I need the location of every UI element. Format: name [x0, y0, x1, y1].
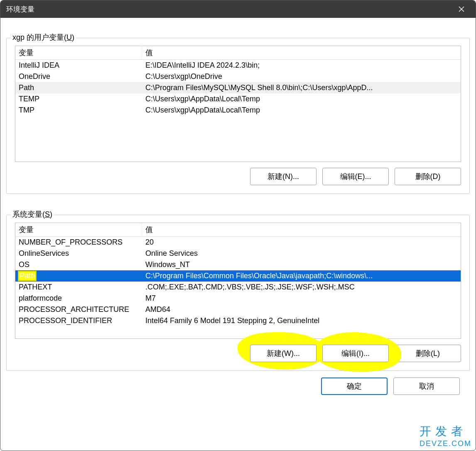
- var-value: E:\IDEA\IntelliJ IDEA 2024.2.3\bin;: [142, 60, 461, 71]
- table-row[interactable]: PathC:\Program Files\Common Files\Oracle…: [15, 270, 461, 282]
- close-button[interactable]: [453, 0, 470, 18]
- var-value: C:\Users\xgp\OneDrive: [142, 71, 461, 82]
- var-name: PROCESSOR_ARCHITECTURE: [15, 304, 142, 315]
- var-value: Online Services: [142, 248, 461, 259]
- var-name: OS: [15, 259, 142, 270]
- system-variables-list[interactable]: 变量 值 NUMBER_OF_PROCESSORS20OnlineService…: [15, 223, 461, 339]
- var-value: 20: [142, 237, 461, 248]
- table-row[interactable]: PathC:\Program Files\MySQL\MySQL Shell 8…: [15, 82, 461, 93]
- var-name: TMP: [15, 105, 142, 116]
- var-value: C:\Users\xgp\AppData\Local\Temp: [142, 105, 461, 116]
- var-value: AMD64: [142, 304, 461, 315]
- var-name: OneDrive: [15, 71, 142, 82]
- var-name: Path: [15, 270, 142, 282]
- sys-buttons: 新建(W)... 编辑(I)... 删除(L): [15, 345, 461, 362]
- col-variable[interactable]: 变量: [15, 223, 142, 236]
- user-variables-list[interactable]: 变量 值 IntelliJ IDEAE:\IDEA\IntelliJ IDEA …: [15, 46, 461, 162]
- var-value: Intel64 Family 6 Model 191 Stepping 2, G…: [142, 315, 461, 326]
- titlebar: 环境变量: [0, 0, 476, 18]
- close-icon: [459, 6, 464, 12]
- var-name: IntelliJ IDEA: [15, 60, 142, 71]
- sys-edit-button[interactable]: 编辑(I)...: [322, 345, 389, 362]
- system-variables-group: 系统变量(S) 变量 值 NUMBER_OF_PROCESSORS20Onlin…: [6, 215, 470, 371]
- table-row[interactable]: NUMBER_OF_PROCESSORS20: [15, 237, 461, 248]
- user-variables-group: xgp 的用户变量(U) 变量 值 IntelliJ IDEAE:\IDEA\I…: [6, 38, 470, 194]
- table-row[interactable]: PROCESSOR_ARCHITECTUREAMD64: [15, 304, 461, 315]
- table-row[interactable]: TMPC:\Users\xgp\AppData\Local\Temp: [15, 105, 461, 116]
- col-value[interactable]: 值: [142, 223, 461, 236]
- var-name: PROCESSOR_IDENTIFIER: [15, 315, 142, 326]
- table-row[interactable]: OneDriveC:\Users\xgp\OneDrive: [15, 71, 461, 82]
- user-edit-button[interactable]: 编辑(E)...: [322, 168, 389, 185]
- sys-delete-button[interactable]: 删除(L): [395, 345, 461, 362]
- highlight-tag: Path: [19, 272, 36, 280]
- table-row[interactable]: OSWindows_NT: [15, 259, 461, 270]
- cancel-button[interactable]: 取消: [393, 377, 460, 395]
- var-value: .COM;.EXE;.BAT;.CMD;.VBS;.VBE;.JS;.JSE;.…: [142, 282, 461, 293]
- col-value[interactable]: 值: [142, 46, 461, 59]
- var-name: PATHEXT: [15, 282, 142, 293]
- table-row[interactable]: PROCESSOR_IDENTIFIERIntel64 Family 6 Mod…: [15, 315, 461, 326]
- dialog-buttons: 确定 取消: [6, 373, 470, 397]
- var-value: Windows_NT: [142, 259, 461, 270]
- list-header: 变量 值: [15, 46, 461, 60]
- table-row[interactable]: PATHEXT.COM;.EXE;.BAT;.CMD;.VBS;.VBE;.JS…: [15, 282, 461, 293]
- table-row[interactable]: platformcodeM7: [15, 293, 461, 304]
- sys-new-button[interactable]: 新建(W)...: [250, 345, 317, 362]
- sys-group-legend: 系统变量(S): [11, 209, 54, 219]
- var-value: C:\Users\xgp\AppData\Local\Temp: [142, 93, 461, 105]
- table-row[interactable]: IntelliJ IDEAE:\IDEA\IntelliJ IDEA 2024.…: [15, 60, 461, 71]
- var-name: NUMBER_OF_PROCESSORS: [15, 237, 142, 248]
- user-new-button[interactable]: 新建(N)...: [250, 168, 317, 185]
- user-delete-button[interactable]: 删除(D): [395, 168, 461, 185]
- var-name: OnlineServices: [15, 248, 142, 259]
- window-title: 环境变量: [6, 5, 34, 14]
- var-name: Path: [15, 82, 142, 93]
- var-value: M7: [142, 293, 461, 304]
- user-group-legend: xgp 的用户变量(U): [11, 32, 76, 42]
- watermark: 开 发 者 DEVZE.COM: [420, 424, 471, 448]
- col-variable[interactable]: 变量: [15, 46, 142, 59]
- table-row[interactable]: TEMPC:\Users\xgp\AppData\Local\Temp: [15, 93, 461, 105]
- var-name: platformcode: [15, 293, 142, 304]
- table-row[interactable]: OnlineServicesOnline Services: [15, 248, 461, 259]
- var-name: TEMP: [15, 93, 142, 105]
- var-value: C:\Program Files\Common Files\Oracle\Jav…: [142, 270, 461, 282]
- list-header: 变量 值: [15, 223, 461, 237]
- ok-button[interactable]: 确定: [321, 377, 388, 395]
- env-variables-dialog: 环境变量 xgp 的用户变量(U) 变量 值 IntelliJ IDEAE:\I…: [0, 0, 476, 451]
- user-buttons: 新建(N)... 编辑(E)... 删除(D): [15, 168, 461, 185]
- var-value: C:\Program Files\MySQL\MySQL Shell 8.0\b…: [142, 82, 461, 93]
